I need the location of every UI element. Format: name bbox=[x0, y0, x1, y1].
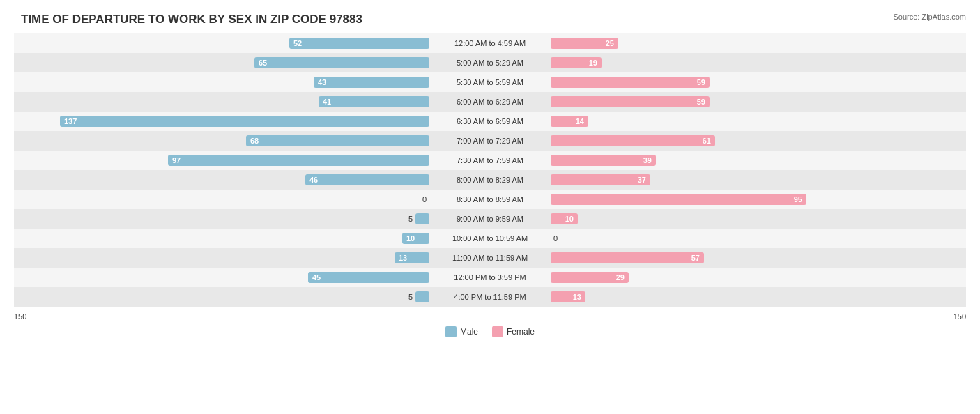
female-section: 0 bbox=[548, 229, 966, 248]
male-value: 137 bbox=[64, 117, 77, 125]
male-value: 65 bbox=[259, 59, 267, 67]
male-bar bbox=[415, 213, 429, 224]
rows-area: 5212:00 AM to 4:59 AM25655:00 AM to 5:29… bbox=[14, 33, 966, 307]
legend-female-label: Female bbox=[507, 327, 535, 337]
female-value: 13 bbox=[573, 293, 581, 301]
female-bar: 19 bbox=[551, 57, 602, 68]
female-section: 59 bbox=[548, 92, 966, 112]
female-bar-wrap: 0 bbox=[551, 231, 966, 245]
male-value: 46 bbox=[309, 176, 318, 184]
time-label: 12:00 PM to 3:59 PM bbox=[432, 273, 548, 282]
male-section: 43 bbox=[14, 72, 432, 92]
time-label: 10:00 AM to 10:59 AM bbox=[432, 234, 548, 243]
female-value: 0 bbox=[553, 234, 558, 243]
male-bar-wrap: 52 bbox=[14, 36, 429, 50]
female-section: 95 bbox=[548, 190, 966, 209]
female-value: 14 bbox=[576, 117, 584, 125]
female-bar-wrap: 10 bbox=[551, 212, 966, 226]
time-label: 7:00 AM to 7:29 AM bbox=[432, 137, 548, 145]
male-bar: 43 bbox=[314, 77, 429, 88]
table-row: 08:30 AM to 8:59 AM95 bbox=[14, 190, 966, 209]
time-label: 9:00 AM to 9:59 AM bbox=[432, 215, 548, 223]
male-bar-wrap: 65 bbox=[14, 56, 429, 70]
male-section: 5 bbox=[14, 287, 432, 307]
legend-female: Female bbox=[492, 326, 535, 337]
female-bar-wrap: 37 bbox=[551, 173, 966, 187]
female-bar: 13 bbox=[551, 291, 585, 302]
male-bar-wrap: 0 bbox=[14, 192, 429, 206]
male-value: 41 bbox=[323, 98, 331, 106]
female-bar-wrap: 59 bbox=[551, 75, 966, 89]
female-section: 19 bbox=[548, 53, 966, 72]
male-value: 5 bbox=[408, 215, 413, 223]
time-label: 5:30 AM to 5:59 AM bbox=[432, 78, 548, 86]
male-value: 43 bbox=[318, 78, 326, 86]
male-bar-wrap: 10 bbox=[14, 231, 429, 245]
table-row: 655:00 AM to 5:29 AM19 bbox=[14, 53, 966, 72]
chart-title: TIME OF DEPARTURE TO WORK BY SEX IN ZIP … bbox=[14, 13, 966, 26]
male-section: 0 bbox=[14, 190, 432, 209]
female-value: 29 bbox=[616, 273, 625, 282]
female-value: 25 bbox=[606, 39, 614, 47]
male-bar: 137 bbox=[60, 116, 429, 127]
table-row: 1010:00 AM to 10:59 AM0 bbox=[14, 229, 966, 248]
table-row: 687:00 AM to 7:29 AM61 bbox=[14, 131, 966, 151]
female-section: 10 bbox=[548, 209, 966, 229]
female-value: 59 bbox=[697, 78, 705, 86]
female-section: 61 bbox=[548, 131, 966, 151]
female-value: 59 bbox=[697, 98, 705, 106]
male-section: 68 bbox=[14, 131, 432, 151]
table-row: 435:30 AM to 5:59 AM59 bbox=[14, 72, 966, 92]
axis-right: 150 bbox=[954, 312, 966, 321]
table-row: 977:30 AM to 7:59 AM39 bbox=[14, 151, 966, 170]
table-row: 4512:00 PM to 3:59 PM29 bbox=[14, 268, 966, 287]
time-label: 4:00 PM to 11:59 PM bbox=[432, 293, 548, 301]
table-row: 416:00 AM to 6:29 AM59 bbox=[14, 92, 966, 112]
female-bar-wrap: 57 bbox=[551, 251, 966, 265]
time-label: 5:00 AM to 5:29 AM bbox=[432, 59, 548, 67]
female-value: 95 bbox=[794, 195, 802, 204]
female-bar-wrap: 25 bbox=[551, 36, 966, 50]
female-bar: 37 bbox=[551, 174, 650, 185]
legend-male-box bbox=[445, 326, 457, 337]
male-section: 46 bbox=[14, 170, 432, 190]
table-row: 468:00 AM to 8:29 AM37 bbox=[14, 170, 966, 190]
female-section: 59 bbox=[548, 72, 966, 92]
female-bar: 25 bbox=[551, 38, 618, 49]
legend-female-box bbox=[492, 326, 503, 337]
male-bar-wrap: 46 bbox=[14, 173, 429, 187]
male-value: 68 bbox=[250, 137, 259, 145]
axis-line: 150 150 bbox=[14, 309, 966, 323]
female-bar: 59 bbox=[551, 77, 710, 88]
female-bar: 39 bbox=[551, 155, 656, 166]
table-row: 1376:30 AM to 6:59 AM14 bbox=[14, 112, 966, 131]
female-value: 37 bbox=[638, 176, 646, 184]
legend: Male Female bbox=[14, 326, 966, 337]
male-value: 5 bbox=[408, 293, 413, 301]
female-bar-wrap: 19 bbox=[551, 56, 966, 70]
time-label: 12:00 AM to 4:59 AM bbox=[432, 39, 548, 47]
female-bar: 57 bbox=[551, 252, 704, 263]
legend-male: Male bbox=[445, 326, 478, 337]
time-label: 8:30 AM to 8:59 AM bbox=[432, 195, 548, 204]
female-bar: 29 bbox=[551, 272, 629, 283]
male-section: 5 bbox=[14, 209, 432, 229]
male-bar: 13 bbox=[395, 252, 429, 263]
male-bar-wrap: 13 bbox=[14, 251, 429, 265]
male-value: 10 bbox=[406, 234, 415, 243]
time-label: 7:30 AM to 7:59 AM bbox=[432, 156, 548, 164]
female-value: 57 bbox=[691, 254, 700, 262]
male-value: 45 bbox=[312, 273, 321, 282]
male-section: 13 bbox=[14, 248, 432, 268]
female-bar: 10 bbox=[551, 213, 578, 224]
female-bar-wrap: 29 bbox=[551, 270, 966, 284]
male-section: 65 bbox=[14, 53, 432, 72]
male-bar: 45 bbox=[308, 272, 429, 283]
time-label: 6:00 AM to 6:29 AM bbox=[432, 98, 548, 106]
bottom-area: 150 150 Male Female bbox=[14, 309, 966, 337]
male-bar: 41 bbox=[319, 96, 429, 107]
male-bar-wrap: 45 bbox=[14, 270, 429, 284]
table-row: 5212:00 AM to 4:59 AM25 bbox=[14, 33, 966, 53]
male-bar: 10 bbox=[402, 233, 429, 244]
female-section: 25 bbox=[548, 33, 966, 53]
